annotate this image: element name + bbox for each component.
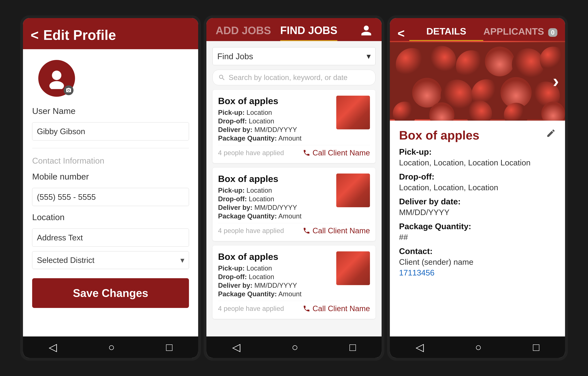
job-card-top-1: Box of apples Pick-up: Location Drop-off… [218,96,370,143]
contact-name: Client (sender) name [399,257,556,266]
applicants-count-3: 4 people have applied [218,305,284,312]
person-icon [46,68,67,89]
tab-applicants[interactable]: APPLICANTS 0 [483,26,557,41]
details-back-button[interactable]: < [398,26,405,41]
details-header: < DETAILS APPLICANTS 0 [390,18,565,41]
svg-point-0 [52,71,61,80]
job-card-3: Box of apples Pick-up: Location Drop-off… [212,245,376,319]
svg-point-5 [456,50,487,82]
applicants-badge: 0 [548,28,557,37]
location-section: Location Selected District ▾ [32,212,189,269]
call-button-1[interactable]: Call Client Name [303,148,370,157]
nav2-back-icon[interactable]: ◁ [232,341,241,354]
pickup-label: Pick-up: [399,147,556,156]
job-dropoff-1: Drop-off: Location [218,117,332,125]
username-section: User Name [32,106,189,140]
username-label: User Name [32,106,189,116]
phone-edit-profile: < Edit Profile [20,15,201,361]
phone-icon-2 [303,227,310,234]
deliver-value: MM/DD/YYYY [399,208,556,217]
tab-find-jobs[interactable]: FIND JOBS [280,24,337,41]
job-image-2 [336,174,370,207]
call-button-3[interactable]: Call Client Name [303,304,370,313]
nav-home-icon[interactable]: ○ [108,341,115,353]
edit-profile-body: User Name Contact Information Mobile num… [23,49,198,336]
job-card-top-3: Box of apples Pick-up: Location Drop-off… [218,251,370,299]
applicants-count-2: 4 people have applied [218,227,284,234]
phone-icon-3 [303,305,310,312]
username-input[interactable] [32,122,189,140]
address-input[interactable] [32,229,189,247]
dropoff-label: Drop-off: [399,172,556,181]
pickup-value: Location, Location, Location Location [399,158,556,167]
detail-header-row: Box of apples [399,128,556,142]
job-title-3: Box of apples [218,251,332,262]
job-deliver-3: Deliver by: MM/DD/YYYY [218,282,332,289]
job-image-1 [336,96,370,129]
search-icon [218,74,226,81]
nav-back-icon[interactable]: ◁ [49,341,57,354]
district-select[interactable]: Selected District [32,251,189,269]
edit-button[interactable] [546,128,556,140]
camera-icon[interactable] [64,85,74,95]
search-bar[interactable]: Search by location, keyword, or date [212,70,376,85]
phone-find-jobs: ADD JOBS FIND JOBS Find Jobs ▾ Search by… [204,15,384,361]
call-label-2: Call Client Name [313,226,370,235]
contact-phone[interactable]: 17113456 [399,268,556,277]
camera-svg [66,87,72,93]
find-jobs-body: Find Jobs ▾ Search by location, keyword,… [206,41,382,336]
pickup-field: Pick-up: Location, Location, Location Lo… [399,147,556,167]
nav3-back-icon[interactable]: ◁ [416,341,424,354]
contact-field: Contact: Client (sender) name 17113456 [399,246,556,277]
next-image-arrow[interactable]: › [553,70,559,91]
job-pickup-1: Pick-up: Location [218,109,332,116]
dropoff-field: Drop-off: Location, Location, Location [399,172,556,192]
search-placeholder: Search by location, keyword, or date [229,73,347,82]
nav2-recents-icon[interactable]: □ [349,341,356,353]
mobile-input[interactable] [32,188,189,206]
nav3-recents-icon[interactable]: □ [533,341,539,353]
avatar[interactable] [38,60,75,97]
job-card-top-2: Box of apples Pick-up: Location Drop-off… [218,174,370,221]
quantity-label: Package Quantity: [399,221,556,231]
svg-point-3 [396,48,429,81]
svg-point-9 [412,78,442,108]
find-jobs-header: ADD JOBS FIND JOBS [206,18,382,41]
apple-svg [390,41,565,121]
bottom-nav-2: ◁ ○ □ [206,336,382,358]
job-card-bottom-2: 4 people have applied Call Client Name [218,223,370,235]
job-quantity-2: Package Quantity: Amount [218,212,332,220]
nav2-home-icon[interactable]: ○ [292,341,298,353]
tab-add-jobs[interactable]: ADD JOBS [216,24,271,41]
tab-row: ADD JOBS FIND JOBS [216,24,337,41]
dropdown-label: Find Jobs [217,52,253,61]
nav3-home-icon[interactable]: ○ [475,341,482,353]
mobile-label: Mobile number [32,172,189,181]
save-changes-button[interactable]: Save Changes [32,278,189,308]
detail-job-title: Box of apples [399,128,479,142]
svg-point-6 [485,47,514,76]
contact-section: Contact Information Mobile number [32,156,189,206]
job-quantity-3: Package Quantity: Amount [218,290,332,298]
dropdown-arrow-icon: ▾ [367,51,371,61]
contact-label: Contact: [399,246,556,256]
job-deliver-2: Deliver by: MM/DD/YYYY [218,204,332,211]
applicants-count-1: 4 people have applied [218,149,284,157]
call-button-2[interactable]: Call Client Name [303,226,370,235]
district-select-wrap: Selected District ▾ [32,251,189,269]
account-icon[interactable] [360,24,372,41]
find-jobs-dropdown[interactable]: Find Jobs ▾ [212,47,376,65]
quantity-value: ## [399,232,556,242]
nav-recents-icon[interactable]: □ [166,341,172,353]
bottom-nav-1: ◁ ○ □ [23,336,198,358]
job-dropoff-3: Drop-off: Location [218,273,332,281]
tab-details[interactable]: DETAILS [409,26,483,41]
job-card-bottom-3: 4 people have applied Call Client Name [218,301,370,313]
svg-point-7 [512,48,544,80]
back-button[interactable]: < [31,27,39,43]
contact-section-label: Contact Information [32,156,189,166]
deliver-field: Deliver by date: MM/DD/YYYY [399,197,556,217]
job-card-info-2: Box of apples Pick-up: Location Drop-off… [218,174,332,221]
call-label-1: Call Client Name [313,148,370,157]
apple-image-2 [336,174,370,207]
